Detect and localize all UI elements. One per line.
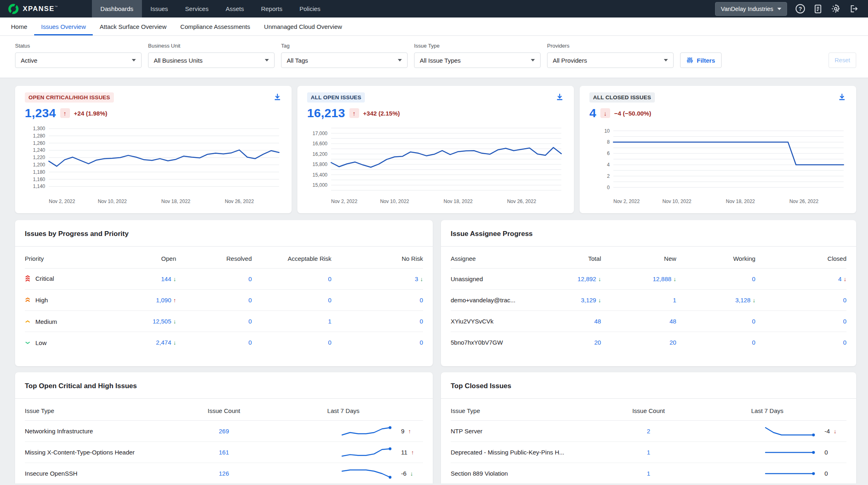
table-cell: 48 [530,311,601,332]
nav-item-services[interactable]: Services [177,0,217,17]
logout-button[interactable] [849,4,858,13]
cell-value-link[interactable]: 12,888 [653,275,672,282]
download-button[interactable] [555,92,564,103]
filters-button-label: Filters [697,57,715,64]
cell-value-link[interactable]: 0 [752,339,755,346]
trend-down-icon: ↓ [834,428,837,435]
cell-value-link[interactable]: 1,090 [156,297,171,304]
cell-value-link[interactable]: 0 [420,339,423,346]
cell-value-link[interactable]: 161 [219,449,229,456]
nav-item-dashboards[interactable]: Dashboards [92,0,142,17]
cell-value-link[interactable]: 1 [673,297,676,304]
top-open-issues-table: Issue Type Issue Count Last 7 Days Netwo… [25,399,423,483]
kpi-chip: OPEN CRITICAL/HIGH ISSUES [25,92,114,103]
sparkline-chart [341,426,394,437]
cell-value-link[interactable]: 2 [647,428,650,435]
cell-value-link[interactable]: 0 [843,297,846,304]
status-select[interactable]: Active [15,52,142,68]
delta-value: 9 ↑ [401,428,422,435]
nav-item-reports[interactable]: Reports [253,0,291,17]
tab-unmanaged-cloud-overview[interactable]: Unmanaged Cloud Overview [257,17,349,35]
last-7-days-cell: -4 ↓ [688,421,846,442]
cell-value-link[interactable]: 2,474 [156,339,171,346]
table-cell: 20 [601,332,676,353]
cell-value-link[interactable]: 0 [328,339,331,346]
tab-home[interactable]: Home [4,17,34,35]
cell-value-link[interactable]: 0 [752,275,755,282]
cell-value-link[interactable]: 0 [328,275,331,282]
cell-value-link[interactable]: 12,892 [578,275,596,282]
progress-priority-table: Priority Open Resolved Acceptable Risk N… [25,247,423,353]
filter-label: Providers [547,43,674,49]
help-icon: ? [796,4,805,13]
help-button[interactable]: ? [796,4,805,13]
table-row: 5bno7hxY0bV7GW202000 [451,332,846,353]
cell-value-link[interactable]: 1 [647,449,650,456]
cell-value-link[interactable]: 3 [415,275,418,282]
svg-text:1,180: 1,180 [33,169,45,175]
cell-value-link[interactable]: 3,128 [735,297,751,304]
table-cell: 0 [676,269,756,290]
nav-item-issues[interactable]: Issues [142,0,177,17]
sparkline-chart [341,447,394,458]
cell-value-link[interactable]: 269 [219,428,229,435]
priority-critical-icon [25,275,31,282]
cell-value-link[interactable]: 0 [249,275,252,282]
svg-text:Nov 18, 2022: Nov 18, 2022 [726,199,755,204]
tag-select[interactable]: All Tags [281,52,408,68]
last-7-days-cell: -6 ↓ [264,463,423,484]
selected-value: All Issue Types [420,57,461,64]
tab-issues-overview[interactable]: Issues Overview [34,17,93,35]
org-selector-button[interactable]: VanDelay Industries [715,2,787,16]
cell-value-link[interactable]: 48 [670,318,676,325]
svg-text:2: 2 [607,173,610,179]
cell-value-link[interactable]: 3,129 [581,297,596,304]
cell-value-link[interactable]: 1 [647,470,650,477]
issue-type-select[interactable]: All Issue Types [414,52,541,68]
table-row: Missing X-Content-Type-Options Header161… [25,442,423,463]
filters-button[interactable]: Filters [680,52,722,68]
tab-compliance-assessments[interactable]: Compliance Assessments [173,17,257,35]
kpi-card-open-critical-high: OPEN CRITICAL/HIGH ISSUES 1,234 ↑ +24 (1… [15,86,292,213]
business-unit-select[interactable]: All Business Units [148,52,275,68]
providers-select[interactable]: All Providers [547,52,674,68]
settings-button[interactable] [831,4,840,13]
cell-value-link[interactable]: 48 [594,318,601,325]
issue-type-cell: Networking Infrastructure [25,421,184,442]
cell-value-link[interactable]: 0 [420,297,423,304]
cell-value-link[interactable]: 0 [249,297,252,304]
cell-value-link[interactable]: 1 [328,318,331,325]
nav-item-assets[interactable]: Assets [217,0,253,17]
bottom-row: Top Open Critical and High Issues Issue … [15,372,856,483]
issue-type-cell: Deprecated - Missing Public-Key-Pins H..… [451,442,609,463]
cell-value-link[interactable]: 144 [161,275,171,282]
svg-text:1,240: 1,240 [33,147,45,153]
cell-value-link[interactable]: 126 [219,470,229,477]
cell-value-link[interactable]: 4 [838,275,842,282]
cell-value-link[interactable]: 0 [249,318,252,325]
cell-value-link[interactable]: 0 [843,318,846,325]
download-icon [556,93,564,101]
table-cell: 12,892↓ [530,269,601,290]
cell-value-link[interactable]: 20 [670,339,676,346]
docs-button[interactable] [813,4,822,14]
cell-value-link[interactable]: 0 [249,339,252,346]
nav-item-policies[interactable]: Policies [291,0,329,17]
cell-value-link[interactable]: 0 [328,297,331,304]
table-row: XYiu2VYSvCVk484800 [451,311,846,332]
filter-field-issue-type: Issue Type All Issue Types [414,43,541,68]
download-button[interactable] [273,92,282,103]
cell-value-link[interactable]: 20 [594,339,601,346]
cell-value-link[interactable]: 0 [752,318,755,325]
download-button[interactable] [837,92,846,103]
tab-attack-surface-overview[interactable]: Attack Surface Overview [93,17,173,35]
reset-button[interactable]: Reset [829,52,856,68]
row-label-cell: High [25,290,105,311]
svg-text:Nov 2, 2022: Nov 2, 2022 [49,199,75,204]
trend-down-icon: ↓ [752,297,755,304]
cell-value-link[interactable]: 12,505 [153,318,171,325]
cell-value-link[interactable]: 0 [420,318,423,325]
row-label: Unassigned [451,275,483,282]
table-header-row: Assignee Total New Working Closed [451,247,846,269]
cell-value-link[interactable]: 0 [843,339,846,346]
